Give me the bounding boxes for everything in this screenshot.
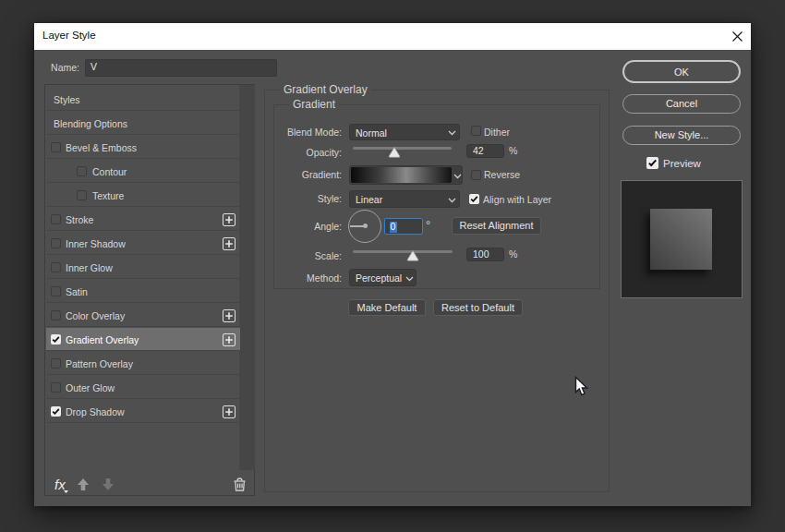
- svg-text:fx: fx: [54, 477, 66, 492]
